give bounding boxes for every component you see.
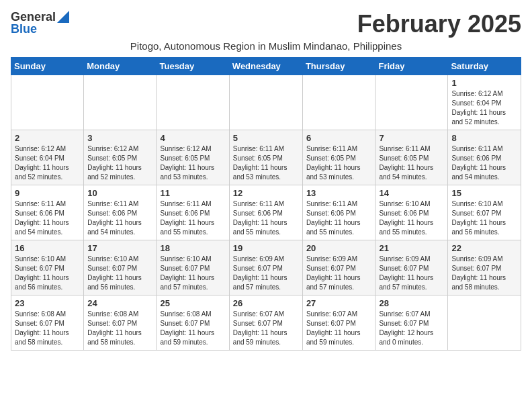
calendar-cell: 4Sunrise: 6:12 AM Sunset: 6:05 PM Daylig… [157, 130, 229, 185]
calendar-cell: 26Sunrise: 6:07 AM Sunset: 6:07 PM Dayli… [229, 295, 302, 350]
day-info: Sunrise: 6:11 AM Sunset: 6:05 PM Dayligh… [379, 144, 444, 182]
day-info: Sunrise: 6:07 AM Sunset: 6:07 PM Dayligh… [233, 310, 299, 347]
day-info: Sunrise: 6:12 AM Sunset: 6:05 PM Dayligh… [87, 144, 152, 182]
calendar-cell: 14Sunrise: 6:10 AM Sunset: 6:06 PM Dayli… [375, 185, 448, 240]
day-info: Sunrise: 6:07 AM Sunset: 6:07 PM Dayligh… [379, 310, 444, 347]
day-number: 24 [87, 298, 152, 308]
day-info: Sunrise: 6:08 AM Sunset: 6:07 PM Dayligh… [87, 310, 152, 347]
calendar-cell: 24Sunrise: 6:08 AM Sunset: 6:07 PM Dayli… [84, 295, 157, 350]
calendar-cell: 20Sunrise: 6:09 AM Sunset: 6:07 PM Dayli… [302, 240, 375, 295]
day-header-monday: Monday [84, 57, 157, 75]
day-info: Sunrise: 6:09 AM Sunset: 6:07 PM Dayligh… [306, 255, 372, 292]
day-number: 8 [451, 133, 517, 143]
day-number: 22 [451, 243, 517, 253]
calendar-week-row: 9Sunrise: 6:11 AM Sunset: 6:06 PM Daylig… [11, 185, 521, 240]
logo: General Blue [11, 11, 69, 35]
calendar-cell: 7Sunrise: 6:11 AM Sunset: 6:05 PM Daylig… [375, 130, 448, 185]
svg-marker-0 [57, 11, 69, 23]
day-info: Sunrise: 6:10 AM Sunset: 6:07 PM Dayligh… [160, 255, 225, 292]
calendar-cell [157, 75, 229, 130]
day-info: Sunrise: 6:12 AM Sunset: 6:04 PM Dayligh… [451, 89, 517, 127]
month-title: February 2025 [357, 11, 521, 38]
day-number: 11 [160, 188, 225, 198]
day-info: Sunrise: 6:10 AM Sunset: 6:06 PM Dayligh… [379, 199, 444, 237]
day-number: 23 [15, 298, 80, 308]
day-number: 27 [306, 298, 372, 308]
day-number: 17 [87, 243, 152, 253]
day-header-sunday: Sunday [11, 57, 84, 75]
day-info: Sunrise: 6:11 AM Sunset: 6:05 PM Dayligh… [233, 144, 299, 182]
day-number: 4 [160, 133, 225, 143]
day-info: Sunrise: 6:09 AM Sunset: 6:07 PM Dayligh… [451, 255, 517, 292]
calendar-cell: 28Sunrise: 6:07 AM Sunset: 6:07 PM Dayli… [375, 295, 448, 350]
day-number: 16 [15, 243, 80, 253]
calendar-cell: 2Sunrise: 6:12 AM Sunset: 6:04 PM Daylig… [11, 130, 84, 185]
day-info: Sunrise: 6:09 AM Sunset: 6:07 PM Dayligh… [379, 255, 444, 292]
day-number: 13 [306, 188, 372, 198]
calendar-cell [448, 295, 521, 350]
day-number: 14 [379, 188, 444, 198]
calendar-cell [302, 75, 375, 130]
calendar-cell: 21Sunrise: 6:09 AM Sunset: 6:07 PM Dayli… [375, 240, 448, 295]
day-header-thursday: Thursday [302, 57, 375, 75]
day-number: 26 [233, 298, 299, 308]
calendar-week-row: 16Sunrise: 6:10 AM Sunset: 6:07 PM Dayli… [11, 240, 521, 295]
logo-triangle-icon [57, 11, 69, 23]
day-number: 19 [233, 243, 299, 253]
calendar-cell: 22Sunrise: 6:09 AM Sunset: 6:07 PM Dayli… [448, 240, 521, 295]
day-number: 2 [15, 133, 80, 143]
calendar-cell: 17Sunrise: 6:10 AM Sunset: 6:07 PM Dayli… [84, 240, 157, 295]
calendar-cell: 18Sunrise: 6:10 AM Sunset: 6:07 PM Dayli… [157, 240, 229, 295]
day-header-wednesday: Wednesday [229, 57, 302, 75]
day-header-tuesday: Tuesday [157, 57, 229, 75]
calendar-cell: 27Sunrise: 6:07 AM Sunset: 6:07 PM Dayli… [302, 295, 375, 350]
day-info: Sunrise: 6:12 AM Sunset: 6:04 PM Dayligh… [15, 144, 80, 182]
logo-blue: Blue [11, 23, 37, 35]
day-number: 6 [306, 133, 372, 143]
calendar-cell [11, 75, 84, 130]
day-number: 12 [233, 188, 299, 198]
day-number: 25 [160, 298, 225, 308]
day-info: Sunrise: 6:11 AM Sunset: 6:06 PM Dayligh… [233, 199, 299, 237]
day-number: 20 [306, 243, 372, 253]
calendar-cell: 11Sunrise: 6:11 AM Sunset: 6:06 PM Dayli… [157, 185, 229, 240]
day-info: Sunrise: 6:11 AM Sunset: 6:06 PM Dayligh… [87, 199, 152, 237]
day-info: Sunrise: 6:11 AM Sunset: 6:06 PM Dayligh… [15, 199, 80, 237]
logo-general: General [11, 11, 56, 23]
calendar-cell: 23Sunrise: 6:08 AM Sunset: 6:07 PM Dayli… [11, 295, 84, 350]
day-info: Sunrise: 6:09 AM Sunset: 6:07 PM Dayligh… [233, 255, 299, 292]
day-number: 21 [379, 243, 444, 253]
calendar-cell: 8Sunrise: 6:11 AM Sunset: 6:06 PM Daylig… [448, 130, 521, 185]
day-header-saturday: Saturday [448, 57, 521, 75]
calendar-cell: 16Sunrise: 6:10 AM Sunset: 6:07 PM Dayli… [11, 240, 84, 295]
calendar-cell [84, 75, 157, 130]
day-info: Sunrise: 6:10 AM Sunset: 6:07 PM Dayligh… [451, 199, 517, 237]
day-number: 9 [15, 188, 80, 198]
calendar-cell: 3Sunrise: 6:12 AM Sunset: 6:05 PM Daylig… [84, 130, 157, 185]
day-info: Sunrise: 6:08 AM Sunset: 6:07 PM Dayligh… [160, 310, 225, 347]
day-number: 7 [379, 133, 444, 143]
calendar-week-row: 23Sunrise: 6:08 AM Sunset: 6:07 PM Dayli… [11, 295, 521, 350]
calendar-cell: 25Sunrise: 6:08 AM Sunset: 6:07 PM Dayli… [157, 295, 229, 350]
page-header: General Blue February 2025 [11, 11, 521, 38]
calendar-cell: 15Sunrise: 6:10 AM Sunset: 6:07 PM Dayli… [448, 185, 521, 240]
day-number: 15 [451, 188, 517, 198]
calendar-cell [375, 75, 448, 130]
day-number: 10 [87, 188, 152, 198]
calendar-cell: 6Sunrise: 6:11 AM Sunset: 6:05 PM Daylig… [302, 130, 375, 185]
calendar-cell: 13Sunrise: 6:11 AM Sunset: 6:06 PM Dayli… [302, 185, 375, 240]
day-number: 18 [160, 243, 225, 253]
day-info: Sunrise: 6:11 AM Sunset: 6:06 PM Dayligh… [160, 199, 225, 237]
calendar-table: SundayMondayTuesdayWednesdayThursdayFrid… [11, 57, 521, 351]
calendar-cell: 9Sunrise: 6:11 AM Sunset: 6:06 PM Daylig… [11, 185, 84, 240]
day-info: Sunrise: 6:11 AM Sunset: 6:05 PM Dayligh… [306, 144, 372, 182]
calendar-header-row: SundayMondayTuesdayWednesdayThursdayFrid… [11, 57, 521, 75]
calendar-cell: 5Sunrise: 6:11 AM Sunset: 6:05 PM Daylig… [229, 130, 302, 185]
day-number: 1 [451, 78, 517, 88]
day-info: Sunrise: 6:08 AM Sunset: 6:07 PM Dayligh… [15, 310, 80, 347]
calendar-cell: 12Sunrise: 6:11 AM Sunset: 6:06 PM Dayli… [229, 185, 302, 240]
day-info: Sunrise: 6:10 AM Sunset: 6:07 PM Dayligh… [15, 255, 80, 292]
day-info: Sunrise: 6:12 AM Sunset: 6:05 PM Dayligh… [160, 144, 225, 182]
calendar-cell [229, 75, 302, 130]
day-info: Sunrise: 6:10 AM Sunset: 6:07 PM Dayligh… [87, 255, 152, 292]
